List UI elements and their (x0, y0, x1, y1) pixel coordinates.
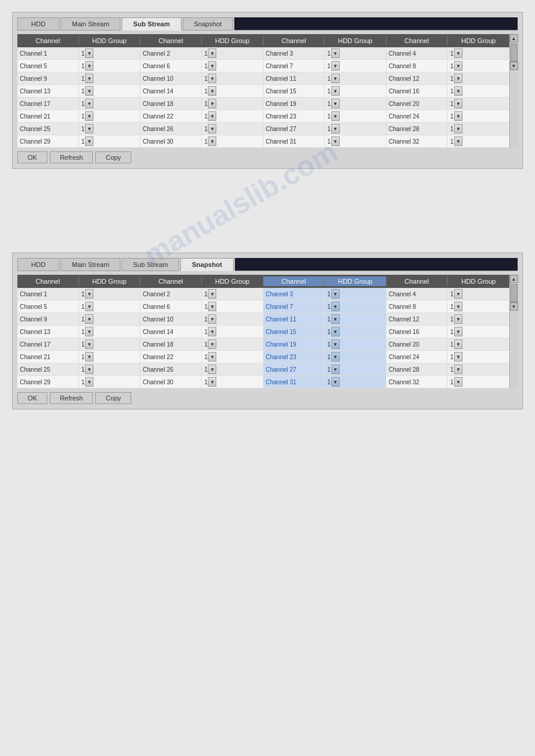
dropdown-icon[interactable]: ▼ (331, 86, 340, 96)
dropdown-icon[interactable]: ▼ (454, 99, 463, 108)
dropdown-icon[interactable]: ▼ (208, 352, 216, 362)
dropdown-icon[interactable]: ▼ (85, 377, 93, 387)
ok-button-1[interactable]: OK (17, 151, 47, 163)
dropdown-icon[interactable]: ▼ (331, 111, 340, 121)
dropdown-icon[interactable]: ▼ (85, 352, 93, 362)
scroll-thumb-1[interactable] (510, 44, 518, 62)
dropdown-icon[interactable]: ▼ (331, 48, 340, 58)
scroll-down-button-1[interactable]: ▼ (510, 62, 518, 70)
dropdown-icon[interactable]: ▼ (331, 61, 340, 71)
cell-p2-ch22: Channel 22 (140, 351, 202, 363)
tab-snapshot-2[interactable]: Snapshot (180, 258, 233, 271)
dropdown-icon[interactable]: ▼ (85, 365, 93, 374)
ok-button-2[interactable]: OK (17, 392, 47, 404)
dropdown-icon[interactable]: ▼ (331, 74, 340, 83)
dropdown-icon[interactable]: ▼ (331, 365, 340, 374)
col-hddgroup-1c: HDD Group (325, 36, 386, 45)
dropdown-icon[interactable]: ▼ (331, 289, 340, 299)
dropdown-icon[interactable]: ▼ (208, 339, 216, 349)
refresh-button-1[interactable]: Refresh (50, 151, 93, 163)
tab-hdd-2[interactable]: HDD (17, 258, 59, 271)
dropdown-icon[interactable]: ▼ (208, 124, 216, 133)
table-row: Channel 25 1▼ Channel 26 1▼ Channel 27 1… (17, 363, 509, 376)
dropdown-icon[interactable]: ▼ (85, 124, 93, 133)
dropdown-icon[interactable]: ▼ (85, 99, 93, 108)
cell-hdd7: 1▼ (325, 60, 386, 72)
tab-snapshot-1[interactable]: Snapshot (183, 17, 233, 31)
scroll-down-button-2[interactable]: ▼ (510, 302, 518, 311)
scroll-up-button-1[interactable]: ▲ (510, 34, 518, 42)
tab-sub-stream-2[interactable]: Sub Stream (122, 258, 179, 271)
dropdown-icon[interactable]: ▼ (454, 124, 463, 133)
dropdown-icon[interactable]: ▼ (454, 48, 463, 58)
refresh-button-2[interactable]: Refresh (50, 392, 93, 404)
dropdown-icon[interactable]: ▼ (208, 86, 216, 96)
dropdown-icon[interactable]: ▼ (208, 111, 216, 121)
dropdown-icon[interactable]: ▼ (331, 327, 340, 336)
dropdown-icon[interactable]: ▼ (454, 339, 463, 349)
dropdown-icon[interactable]: ▼ (331, 124, 340, 133)
dropdown-icon[interactable]: ▼ (454, 327, 463, 336)
cell-ch21: Channel 21 (17, 110, 79, 122)
dropdown-icon[interactable]: ▼ (85, 111, 93, 121)
dropdown-icon[interactable]: ▼ (85, 314, 93, 324)
dropdown-icon[interactable]: ▼ (85, 302, 93, 311)
dropdown-icon[interactable]: ▼ (85, 136, 93, 146)
dropdown-icon[interactable]: ▼ (454, 365, 463, 374)
dropdown-icon[interactable]: ▼ (208, 365, 216, 374)
dropdown-icon[interactable]: ▼ (331, 314, 340, 324)
cell-p2-hdd32: 1▼ (448, 376, 509, 388)
dropdown-icon[interactable]: ▼ (331, 339, 340, 349)
cell-ch29: Channel 29 (17, 135, 79, 147)
copy-button-2[interactable]: Copy (95, 392, 131, 404)
table-row: Channel 25 1▼ Channel 26 1▼ Channel 27 1… (17, 123, 509, 135)
cell-p2-hdd13: 1▼ (79, 326, 141, 338)
dropdown-icon[interactable]: ▼ (331, 352, 340, 362)
dropdown-icon[interactable]: ▼ (85, 327, 93, 336)
dropdown-icon[interactable]: ▼ (331, 302, 340, 311)
tab-bar-1: HDD Main Stream Sub Stream Snapshot (17, 17, 518, 31)
dropdown-icon[interactable]: ▼ (208, 302, 216, 311)
tab-main-stream-2[interactable]: Main Stream (61, 258, 120, 271)
dropdown-icon[interactable]: ▼ (208, 74, 216, 83)
cell-hdd20: 1▼ (448, 98, 509, 110)
dropdown-icon[interactable]: ▼ (454, 314, 463, 324)
dropdown-icon[interactable]: ▼ (208, 99, 216, 108)
dropdown-icon[interactable]: ▼ (454, 111, 463, 121)
dropdown-icon[interactable]: ▼ (208, 377, 216, 387)
table-row: Channel 5 1▼ Channel 6 1▼ Channel 7 1▼ C… (17, 300, 509, 313)
dropdown-icon[interactable]: ▼ (454, 74, 463, 83)
dropdown-icon[interactable]: ▼ (331, 99, 340, 108)
cell-p2-ch18: Channel 18 (140, 338, 202, 350)
dropdown-icon[interactable]: ▼ (331, 136, 340, 146)
dropdown-icon[interactable]: ▼ (85, 86, 93, 96)
tab-sub-stream-1[interactable]: Sub Stream (122, 17, 181, 31)
dropdown-icon[interactable]: ▼ (85, 48, 93, 58)
dropdown-icon[interactable]: ▼ (454, 136, 463, 146)
dropdown-icon[interactable]: ▼ (454, 352, 463, 362)
dropdown-icon[interactable]: ▼ (85, 61, 93, 71)
dropdown-icon[interactable]: ▼ (331, 377, 340, 387)
dropdown-icon[interactable]: ▼ (454, 86, 463, 96)
dropdown-icon[interactable]: ▼ (208, 289, 216, 299)
cell-ch1: Channel 1 (17, 47, 79, 59)
dropdown-icon[interactable]: ▼ (208, 136, 216, 146)
scroll-up-button-2[interactable]: ▲ (510, 275, 518, 283)
scroll-thumb-2[interactable] (510, 284, 518, 302)
dropdown-icon[interactable]: ▼ (454, 289, 463, 299)
cell-p2-hdd23: 1▼ (325, 351, 386, 363)
cell-p2-ch10: Channel 10 (140, 313, 202, 325)
dropdown-icon[interactable]: ▼ (208, 314, 216, 324)
dropdown-icon[interactable]: ▼ (85, 339, 93, 349)
tab-main-stream-1[interactable]: Main Stream (61, 17, 120, 31)
dropdown-icon[interactable]: ▼ (85, 289, 93, 299)
dropdown-icon[interactable]: ▼ (454, 302, 463, 311)
copy-button-1[interactable]: Copy (95, 151, 131, 163)
tab-hdd-1[interactable]: HDD (17, 17, 59, 31)
dropdown-icon[interactable]: ▼ (454, 61, 463, 71)
dropdown-icon[interactable]: ▼ (208, 327, 216, 336)
dropdown-icon[interactable]: ▼ (85, 74, 93, 83)
dropdown-icon[interactable]: ▼ (454, 377, 463, 387)
dropdown-icon[interactable]: ▼ (208, 61, 216, 71)
dropdown-icon[interactable]: ▼ (208, 48, 216, 58)
